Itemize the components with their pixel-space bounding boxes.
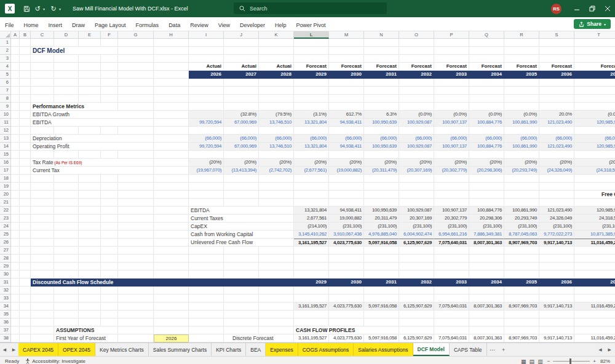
cell-C23[interactable] — [31, 215, 54, 223]
cell-Q4[interactable]: Forecast — [469, 63, 504, 71]
cell-A22[interactable] — [11, 207, 20, 215]
cell-E15[interactable] — [79, 151, 101, 159]
zoom-in-icon[interactable]: + — [593, 358, 596, 364]
cell-C20[interactable] — [31, 191, 54, 199]
ribbon-tab-review[interactable]: Review — [185, 22, 213, 28]
cell-T25[interactable]: 10,871,385,940 — [574, 231, 615, 239]
cell-E6[interactable] — [79, 79, 101, 87]
cell-L28[interactable] — [294, 255, 329, 263]
cell-R34[interactable]: 8,907,969,703 — [504, 303, 539, 311]
cell-M13[interactable]: (66,000) — [329, 135, 364, 143]
cell-M2[interactable] — [329, 47, 364, 55]
page-break-view-icon[interactable]: ▥ — [538, 358, 543, 364]
cell-G37[interactable] — [118, 326, 154, 334]
cell-T5[interactable]: 2037 — [574, 71, 615, 79]
cell-A10[interactable] — [11, 111, 20, 119]
cell-L35[interactable] — [294, 311, 329, 318]
cell-M34[interactable]: 4,023,775,630 — [329, 303, 364, 311]
cell-N1[interactable] — [364, 39, 399, 47]
cell-H34[interactable] — [154, 303, 189, 311]
cell-G12[interactable] — [118, 127, 154, 135]
cell-I21[interactable] — [189, 199, 224, 207]
cell-B11[interactable] — [20, 119, 31, 127]
cell-P26[interactable]: 7,075,640,031 — [434, 239, 469, 247]
cell-A11[interactable] — [11, 119, 20, 127]
cell-O27[interactable] — [399, 247, 434, 255]
cell-O13[interactable]: (66,000) — [399, 135, 434, 143]
cell-P16[interactable]: (20%) — [434, 159, 469, 167]
cell-E18[interactable] — [79, 175, 101, 183]
row-header-20[interactable]: 20 — [0, 191, 11, 199]
cell-M21[interactable] — [329, 199, 364, 207]
cell-T10[interactable]: (0.0%) — [574, 111, 615, 119]
cell-F5[interactable] — [101, 71, 118, 79]
cell-L19[interactable] — [294, 183, 329, 191]
cell-L21[interactable] — [294, 199, 329, 207]
ribbon-tab-home[interactable]: Home — [19, 22, 44, 28]
cell-R4[interactable]: Forecast — [504, 63, 539, 71]
cell-T38[interactable]: 11,016,459,270 — [574, 334, 615, 342]
cell-Q17[interactable]: (20,298,306) — [469, 167, 504, 175]
cell-O11[interactable]: 100,929,087 — [399, 119, 434, 127]
cell-P9[interactable] — [434, 103, 469, 111]
cell-M17[interactable]: (19,000,882) — [329, 167, 364, 175]
cell-O14[interactable]: 100,929,087 — [399, 143, 434, 151]
cell-A19[interactable] — [11, 183, 20, 191]
cell-Q29[interactable] — [469, 263, 504, 271]
cell-O1[interactable] — [399, 39, 434, 47]
cell-P24[interactable]: (231,100) — [434, 223, 469, 231]
cell-S29[interactable] — [539, 263, 574, 271]
cell-J5[interactable]: 2027 — [224, 71, 259, 79]
customize-quick-access-icon[interactable]: ▾ — [59, 7, 64, 11]
cell-I27[interactable] — [189, 247, 224, 255]
cell-Q5[interactable]: 2034 — [469, 71, 504, 79]
cell-I24[interactable]: CapEX — [189, 223, 294, 231]
ribbon-tab-developer[interactable]: Developer — [235, 22, 270, 28]
cell-R19[interactable] — [504, 183, 539, 191]
cell-H9[interactable] — [154, 103, 189, 111]
cell-M25[interactable]: 3,910,067,436 — [329, 231, 364, 239]
cell-Q10[interactable]: (0.0%) — [469, 111, 504, 119]
cell-Q9[interactable] — [469, 103, 504, 111]
cell-A8[interactable] — [11, 95, 20, 103]
cell-F29[interactable] — [101, 263, 118, 271]
search-box[interactable]: Search — [234, 2, 387, 14]
cell-I20[interactable] — [189, 191, 224, 199]
cell-O16[interactable]: (20%) — [399, 159, 434, 167]
cell-L20[interactable] — [294, 191, 329, 199]
cell-P21[interactable] — [434, 199, 469, 207]
row-header-22[interactable]: 22 — [0, 207, 11, 215]
row-header-8[interactable]: 8 — [0, 95, 11, 103]
cell-T13[interactable]: (66,000) — [574, 135, 615, 143]
cell-H17[interactable] — [154, 167, 189, 175]
cell-M29[interactable] — [329, 263, 364, 271]
cell-T27[interactable] — [574, 247, 615, 255]
cell-R18[interactable] — [504, 175, 539, 183]
cell-O24[interactable]: (231,100) — [399, 223, 434, 231]
cell-S36[interactable] — [539, 318, 574, 326]
cell-B37[interactable] — [20, 326, 31, 334]
cell-S20[interactable] — [539, 191, 574, 199]
row-header-28[interactable]: 28 — [0, 255, 11, 263]
column-header-G[interactable]: G — [118, 31, 154, 39]
cell-E1[interactable] — [79, 39, 101, 47]
cell-C1[interactable] — [31, 39, 54, 47]
cell-B29[interactable] — [20, 263, 31, 271]
cell-K37[interactable] — [259, 326, 294, 334]
cell-R10[interactable]: (0.0%) — [504, 111, 539, 119]
cell-S30[interactable] — [539, 271, 574, 279]
cell-H25[interactable] — [154, 231, 189, 239]
cell-R13[interactable]: (66,000) — [504, 135, 539, 143]
cell-A5[interactable] — [11, 71, 20, 79]
cell-D25[interactable] — [54, 231, 79, 239]
cell-P19[interactable] — [434, 183, 469, 191]
cell-A17[interactable] — [11, 167, 20, 175]
cell-N25[interactable]: 4,976,885,040 — [364, 231, 399, 239]
cell-O12[interactable] — [399, 127, 434, 135]
cell-T8[interactable] — [574, 95, 615, 103]
row-header-15[interactable]: 15 — [0, 151, 11, 159]
cell-G30[interactable] — [118, 271, 154, 279]
row-header-34[interactable]: 34 — [0, 303, 11, 311]
cell-P34[interactable]: 7,075,640,031 — [434, 303, 469, 311]
cell-J7[interactable] — [224, 87, 259, 95]
